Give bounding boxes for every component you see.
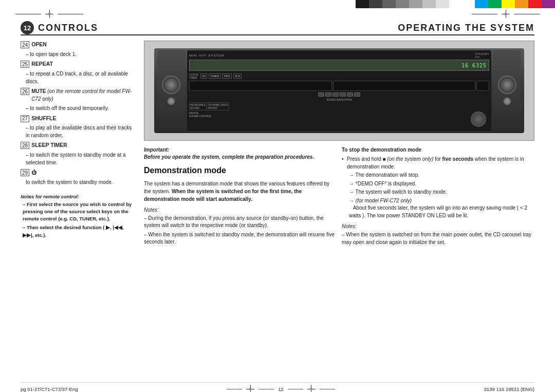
ctrl-rew — [325, 92, 331, 97]
color-block-gray3 — [409, 0, 422, 8]
item-num-25: 25 — [21, 61, 29, 68]
brand-label: MINI HIFI SYSTEM — [189, 54, 224, 57]
color-block-gray4 — [422, 0, 436, 8]
item-num-28: 28 — [21, 142, 29, 149]
below-right-column: To stop the demonstration mode Press and… — [342, 146, 534, 379]
item-num-26: 26 — [21, 88, 29, 95]
footer-crosshair2 — [307, 385, 316, 392]
speaker-right — [493, 50, 521, 130]
important-label: Important: — [144, 146, 337, 154]
demo-notes-title: Notes: — [144, 206, 337, 214]
color-block-dark — [369, 0, 382, 8]
arrow-3: → The system will switch to standby mode… — [349, 189, 534, 196]
item-desc-24: – to open tape deck 1. — [26, 51, 134, 59]
tape-label: TAPE — [222, 73, 232, 79]
ctrl-stop — [340, 92, 346, 97]
right-title: OPERATING THE SYSTEM — [398, 21, 534, 34]
item-label-27: SHUFFLE — [31, 115, 56, 123]
header: 12 CONTROLS OPERATING THE SYSTEM — [21, 19, 534, 35]
ctrl-next — [354, 92, 360, 97]
crosshair-right — [502, 10, 510, 18]
item-label-24: OPEN — [31, 41, 47, 49]
control-item-29: 29 ⏻ — [21, 169, 134, 177]
digital-sound-label: DIGITALSOUND CONTROL — [189, 111, 489, 118]
item-label-26: MUTE (on the remote control for model FW… — [31, 87, 134, 103]
ctrl-fwd — [347, 92, 353, 97]
clock-timer-label: CLOCK/TIMER — [189, 73, 199, 79]
stop-demo-title: To stop the demonstration mode — [342, 146, 534, 154]
arrow-1: → The demonstration will stop. — [349, 172, 534, 179]
tweeter-right — [503, 97, 511, 105]
playback-controls — [189, 92, 489, 97]
item-desc-28: – to switch the system to standby mode a… — [26, 152, 134, 166]
ctrl-play — [332, 92, 339, 97]
demo-note-2: – When the system is switched to standby… — [144, 231, 337, 246]
operating-column: MINI HIFI SYSTEM STANDBYON 16 6325 CLOCK… — [139, 41, 534, 379]
note-item-2: – Then select the desired function ( ▶, … — [23, 224, 134, 239]
color-block-gray1 — [382, 0, 396, 8]
ctrl-prev — [318, 92, 324, 97]
notes-title: Notes for remote control: — [21, 193, 134, 200]
arrow-2: → *DEMO OFF* is displayed. — [349, 180, 534, 188]
speaker-cone-right — [498, 76, 516, 94]
cd-label: CD — [200, 73, 207, 79]
tweeter-left — [167, 97, 175, 105]
cd-slots — [189, 81, 489, 91]
color-block-orange — [515, 0, 528, 8]
color-block-cyan — [475, 0, 488, 8]
dynamic-bass-btn: DYNAMIC BASSBOOST — [208, 102, 229, 110]
arrow-4: → (for model FW-C72 only) About five sec… — [349, 197, 534, 220]
color-block-green — [488, 0, 502, 8]
incredible-sound-btn: INCREDIBLESOUND — [189, 102, 207, 110]
controls-column: 24 OPEN – to open tape deck 1. 25 REPEAT… — [21, 41, 139, 379]
sound-nav-label: SOUND NAVIGATION — [189, 98, 489, 101]
item-num-24: 24 — [21, 41, 29, 48]
control-item-27: 27 SHUFFLE — [21, 115, 134, 123]
demo-title: Demonstration mode — [144, 164, 337, 177]
display-screen: 16 6325 — [189, 60, 489, 71]
stereo-image: MINI HIFI SYSTEM STANDBYON 16 6325 CLOCK… — [144, 41, 534, 141]
control-item-26: 26 MUTE (on the remote control for model… — [21, 87, 134, 103]
control-item-28: 28 SLEEP TIMER — [21, 141, 134, 150]
left-title: CONTROLS — [38, 23, 108, 33]
main-content: 24 OPEN – to open tape deck 1. 25 REPEAT… — [21, 35, 534, 379]
stop-demo-bullet: Press and hold ■ (on the system only) fo… — [347, 156, 534, 171]
item-num-27: 27 — [21, 115, 29, 122]
footer-right: 3139 116 19521 (ENG) — [484, 386, 534, 392]
color-block-gray5 — [436, 0, 449, 8]
notes-section: Notes for remote control: – First select… — [21, 193, 134, 239]
speaker-left — [157, 50, 186, 130]
standby-label: STANDBYON — [475, 52, 489, 59]
aux-label: AUX — [233, 73, 242, 79]
crosshair-left — [45, 10, 53, 18]
footer-center-area: 12 — [227, 385, 335, 392]
stop-note-1: – When the system is switched on from th… — [342, 231, 534, 246]
color-block-black — [356, 0, 369, 8]
color-block-gray2 — [396, 0, 409, 8]
below-image-content: Important: Before you operate the system… — [144, 146, 534, 379]
footer: pg 01-27/C71-C72/37-Eng 12 3139 116 1952… — [21, 382, 534, 392]
volume-dial — [471, 111, 486, 127]
note-item-1: – First select the source you wish to co… — [23, 201, 134, 223]
registration-marks — [0, 9, 555, 19]
speaker-cone-left — [162, 76, 180, 94]
footer-crosshair — [246, 385, 254, 392]
color-block-purple — [542, 0, 555, 8]
below-left-column: Important: Before you operate the system… — [144, 146, 337, 379]
color-block-red — [528, 0, 542, 8]
item-label-28: SLEEP TIMER — [31, 141, 67, 150]
control-item-25: 25 REPEAT — [21, 60, 134, 68]
footer-page-num: 12 — [278, 386, 284, 392]
item-num-29: 29 — [21, 169, 29, 176]
center-unit: MINI HIFI SYSTEM STANDBYON 16 6325 CLOCK… — [187, 50, 491, 130]
item-desc-27: – to play all the available discs and th… — [26, 124, 134, 139]
stop-notes-title: Notes: — [342, 222, 534, 230]
sound-buttons: INCREDIBLESOUND DYNAMIC BASSBOOST — [189, 102, 489, 110]
item-label-25: REPEAT — [31, 60, 53, 68]
item-desc-26: – to switch off the sound temporarily. — [26, 105, 134, 113]
important-text: Before you operate the system, complete … — [144, 154, 337, 161]
item-desc-29: to switch the system to standby mode. — [26, 179, 134, 186]
footer-left: pg 01-27/C71-C72/37-Eng — [21, 386, 78, 392]
top-color-bars — [0, 0, 555, 8]
control-item-24: 24 OPEN — [21, 41, 134, 49]
